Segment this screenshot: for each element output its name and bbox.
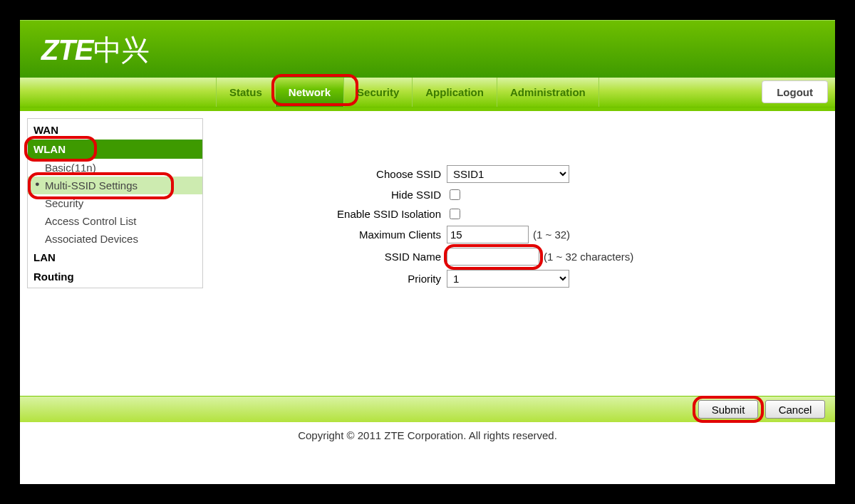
top-nav: Status Network Security Application Admi… — [20, 78, 835, 107]
ssid-name-input[interactable] — [447, 248, 539, 266]
label-ssid-isolation: Enable SSID Isolation — [227, 208, 447, 220]
logout-button[interactable]: Logout — [762, 80, 828, 103]
sidebar-item-security[interactable]: Security — [28, 194, 202, 212]
logo-cn: 中兴 — [93, 34, 149, 65]
sidebar-group-routing[interactable]: Routing — [28, 267, 202, 286]
submit-button[interactable]: Submit — [698, 400, 758, 419]
sidebar-group-wan[interactable]: WAN — [28, 120, 202, 140]
sidebar-item-multi-ssid[interactable]: Multi-SSID Settings — [28, 177, 202, 194]
tab-network-label: Network — [289, 86, 331, 98]
hint-max: (1 ~ 32) — [533, 229, 570, 241]
copyright: Copyright © 2011 ZTE Corporation. All ri… — [20, 422, 835, 448]
brand-logo: ZTE中兴 — [41, 31, 149, 70]
button-bar: Submit Cancel — [20, 396, 835, 422]
label-choose-ssid: Choose SSID — [227, 168, 447, 180]
label-max-clients: Maximum Clients — [227, 229, 447, 241]
sidebar-group-lan[interactable]: LAN — [28, 248, 202, 267]
tab-application[interactable]: Application — [413, 78, 497, 107]
max-clients-input[interactable] — [447, 226, 529, 243]
ssid-isolation-checkbox[interactable] — [450, 209, 460, 219]
priority-select[interactable]: 1 — [447, 270, 569, 288]
sidebar-multi-label: Multi-SSID Settings — [45, 179, 138, 191]
sidebar-wlan-label: WLAN — [33, 143, 66, 155]
label-ssid-name: SSID Name — [227, 251, 447, 263]
tab-security[interactable]: Security — [344, 78, 413, 107]
sidebar-group-wlan[interactable]: WLAN — [28, 140, 202, 159]
main-form: Choose SSID SSID1 Hide SSID Enable SSID … — [213, 111, 835, 396]
tab-administration[interactable]: Administration — [497, 78, 599, 107]
hide-ssid-checkbox[interactable] — [450, 189, 460, 200]
cancel-button[interactable]: Cancel — [765, 400, 825, 419]
tab-status[interactable]: Status — [216, 78, 276, 107]
sidebar-item-basic[interactable]: Basic(11n) — [28, 159, 202, 177]
sidebar-item-acl[interactable]: Access Control List — [28, 212, 202, 230]
header-banner: ZTE中兴 — [20, 20, 835, 78]
sidebar: WAN WLAN Basic(11n) Multi-SSID Settings … — [27, 118, 203, 288]
label-priority: Priority — [227, 273, 447, 285]
sidebar-item-assoc[interactable]: Associated Devices — [28, 230, 202, 248]
label-hide-ssid: Hide SSID — [227, 189, 447, 201]
tab-network[interactable]: Network — [276, 78, 344, 107]
choose-ssid-select[interactable]: SSID1 — [447, 165, 569, 183]
hint-name: (1 ~ 32 characters) — [544, 251, 633, 263]
logo-zte: ZTE — [41, 34, 93, 65]
